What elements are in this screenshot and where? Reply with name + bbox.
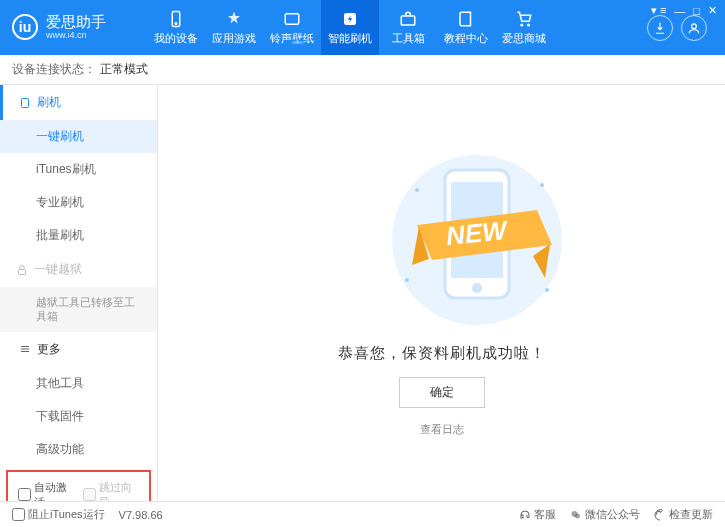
nav-my-device[interactable]: 我的设备 xyxy=(147,0,205,55)
wechat-icon xyxy=(570,509,582,521)
phone-icon xyxy=(167,10,185,28)
nav-store[interactable]: 爱思商城 xyxy=(495,0,553,55)
sidebar-item-other[interactable]: 其他工具 xyxy=(0,367,157,400)
nav-toolbox[interactable]: 工具箱 xyxy=(379,0,437,55)
update-link[interactable]: 检查更新 xyxy=(654,507,713,522)
svg-point-5 xyxy=(521,24,523,26)
sidebar-item-batch[interactable]: 批量刷机 xyxy=(0,219,157,252)
svg-point-7 xyxy=(692,23,697,28)
list-icon xyxy=(19,97,31,109)
status-bar: 设备连接状态： 正常模式 xyxy=(0,55,725,85)
svg-rect-8 xyxy=(22,98,29,107)
nav-flash[interactable]: 智能刷机 xyxy=(321,0,379,55)
menu-icon[interactable]: ▾ ≡ xyxy=(651,4,666,17)
kefu-link[interactable]: 客服 xyxy=(519,507,556,522)
app-logo: iu 爱思助手 www.i4.cn xyxy=(12,14,147,40)
logo-icon: iu xyxy=(12,14,38,40)
version-label: V7.98.66 xyxy=(119,509,163,521)
toolbox-icon xyxy=(399,10,417,28)
block-itunes-checkbox[interactable]: 阻止iTunes运行 xyxy=(12,507,105,522)
menu-icon xyxy=(19,343,31,355)
nav-ringtones[interactable]: 铃声壁纸 xyxy=(263,0,321,55)
svg-rect-23 xyxy=(521,515,523,518)
user-button[interactable] xyxy=(681,15,707,41)
download-button[interactable] xyxy=(647,15,673,41)
flash-icon xyxy=(341,10,359,28)
svg-point-6 xyxy=(528,24,530,26)
wechat-link[interactable]: 微信公众号 xyxy=(570,507,640,522)
headset-icon xyxy=(519,509,531,521)
view-log-link[interactable]: 查看日志 xyxy=(420,422,464,437)
success-illustration: NEW xyxy=(367,150,517,330)
success-message: 恭喜您，保资料刷机成功啦！ xyxy=(338,344,546,363)
maximize-icon[interactable]: □ xyxy=(693,5,700,17)
book-icon xyxy=(457,10,475,28)
window-controls[interactable]: ▾ ≡ — □ ✕ xyxy=(651,4,717,17)
status-prefix: 设备连接状态： xyxy=(12,61,96,78)
auto-activate-checkbox[interactable]: 自动激活 xyxy=(18,480,75,501)
svg-rect-4 xyxy=(401,16,415,25)
svg-point-21 xyxy=(405,278,409,282)
lock-icon xyxy=(16,264,28,276)
svg-point-19 xyxy=(415,188,419,192)
nav-tutorials[interactable]: 教程中心 xyxy=(437,0,495,55)
footer: 阻止iTunes运行 V7.98.66 客服 微信公众号 检查更新 xyxy=(0,501,725,527)
sidebar-jailbreak-note: 越狱工具已转移至工具箱 xyxy=(0,287,157,332)
sidebar-item-advanced[interactable]: 高级功能 xyxy=(0,433,157,466)
top-nav: 我的设备 应用游戏 铃声壁纸 智能刷机 工具箱 教程中心 爱思商城 xyxy=(147,0,553,55)
image-icon xyxy=(283,10,301,28)
sidebar-group-flash[interactable]: 刷机 xyxy=(0,85,157,120)
activation-options: 自动激活 跳过向导 xyxy=(6,470,151,501)
svg-point-14 xyxy=(472,283,482,293)
sidebar-group-more[interactable]: 更多 xyxy=(0,332,157,367)
skip-guide-checkbox[interactable]: 跳过向导 xyxy=(83,480,140,501)
svg-point-25 xyxy=(575,513,580,518)
svg-rect-9 xyxy=(19,269,26,274)
sidebar: 刷机 一键刷机 iTunes刷机 专业刷机 批量刷机 一键越狱 越狱工具已转移至… xyxy=(0,85,158,501)
close-icon[interactable]: ✕ xyxy=(708,4,717,17)
svg-rect-2 xyxy=(285,13,299,24)
sidebar-item-download[interactable]: 下载固件 xyxy=(0,400,157,433)
sidebar-item-pro[interactable]: 专业刷机 xyxy=(0,186,157,219)
sidebar-item-itunes[interactable]: iTunes刷机 xyxy=(0,153,157,186)
app-title: 爱思助手 xyxy=(46,14,106,31)
ok-button[interactable]: 确定 xyxy=(399,377,485,408)
svg-point-22 xyxy=(545,288,549,292)
sidebar-item-oneclick[interactable]: 一键刷机 xyxy=(0,120,157,153)
main-content: NEW 恭喜您，保资料刷机成功啦！ 确定 查看日志 xyxy=(158,85,725,501)
sidebar-group-jailbreak: 一键越狱 xyxy=(0,252,157,287)
refresh-icon xyxy=(654,509,666,521)
svg-point-1 xyxy=(175,22,177,24)
app-subtitle: www.i4.cn xyxy=(46,31,106,41)
minimize-icon[interactable]: — xyxy=(674,5,685,17)
svg-point-20 xyxy=(540,183,544,187)
nav-apps[interactable]: 应用游戏 xyxy=(205,0,263,55)
status-value: 正常模式 xyxy=(100,61,148,78)
cart-icon xyxy=(515,10,533,28)
apps-icon xyxy=(225,10,243,28)
